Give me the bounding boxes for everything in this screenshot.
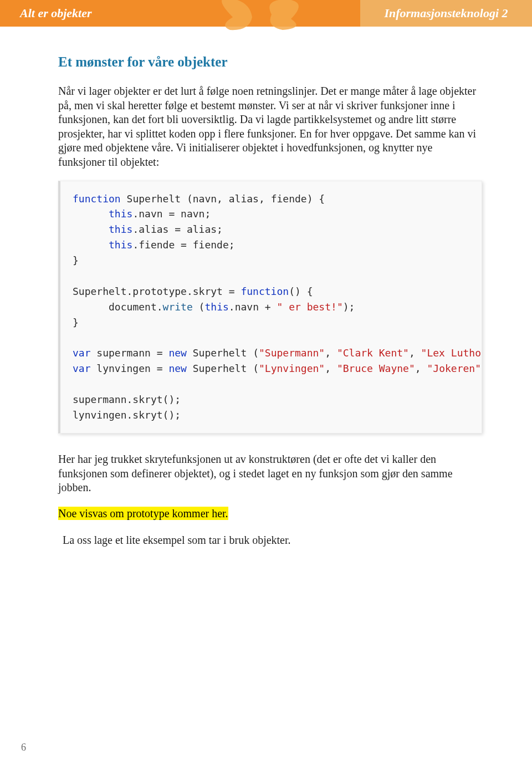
page-number: 6 xyxy=(21,742,26,753)
intro-paragraph: Når vi lager objekter er det lurt å følg… xyxy=(58,84,482,170)
paragraph-2: Her har jeg trukket skrytefunksjonen ut … xyxy=(58,452,482,495)
paragraph-3: La oss lage et lite eksempel som tar i b… xyxy=(63,533,482,547)
header-right: Informasjonsteknologi 2 xyxy=(360,0,532,27)
page-content: Et mønster for våre objekter Når vi lage… xyxy=(0,27,532,547)
highlighted-note-wrap: Noe visvas om prototype kommer her. xyxy=(58,506,482,521)
header-left: Alt er objekter xyxy=(0,0,360,27)
header-left-title: Alt er objekter xyxy=(20,6,92,21)
header-right-title: Informasjonsteknologi 2 xyxy=(384,6,508,21)
code-block: function Superhelt (navn, alias, fiende)… xyxy=(58,181,482,434)
page-header: Alt er objekter Informasjonsteknologi 2 xyxy=(0,0,532,27)
section-heading: Et mønster for våre objekter xyxy=(58,54,482,70)
highlighted-note: Noe visvas om prototype kommer her. xyxy=(58,507,228,520)
